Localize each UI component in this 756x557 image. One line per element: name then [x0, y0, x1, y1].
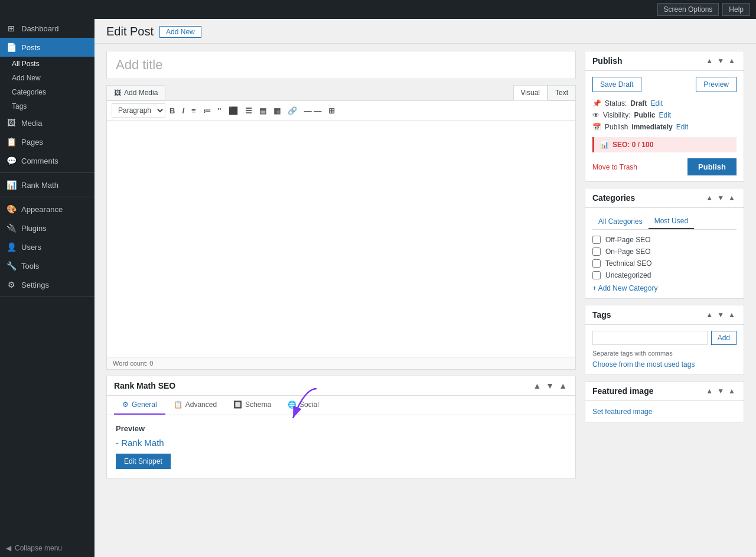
editor-body[interactable] — [107, 120, 575, 357]
preview-title: - Rank Math — [116, 438, 566, 448]
rank-math-body: Preview - Rank Math — [107, 415, 575, 478]
categories-minimize[interactable]: ▲ — [727, 194, 737, 202]
publish-time-edit-link[interactable]: Edit — [676, 123, 689, 131]
category-label-off-page: Off-Page SEO — [605, 236, 650, 244]
posts-icon: 📄 — [6, 43, 17, 52]
blockquote-button[interactable]: " — [215, 105, 224, 117]
category-checkbox-on-page[interactable] — [592, 247, 601, 256]
unordered-list-button[interactable]: ≡ — [188, 105, 199, 117]
visual-tab[interactable]: Visual — [513, 85, 548, 100]
most-used-tab[interactable]: Most Used — [649, 214, 694, 229]
tags-add-button[interactable]: Add — [711, 331, 737, 345]
meta-box-controls: ▲ ▼ ▲ — [532, 381, 568, 390]
sidebar-item-settings[interactable]: ⚙ Settings — [0, 275, 94, 294]
italic-button[interactable]: I — [179, 105, 187, 117]
categories-down[interactable]: ▼ — [716, 194, 725, 202]
screen-options-button[interactable]: Screen Options — [657, 3, 719, 16]
all-categories-tab[interactable]: All Categories — [592, 214, 649, 229]
sidebar-item-comments[interactable]: 💬 Comments — [0, 151, 94, 170]
preview-button[interactable]: Preview — [696, 77, 737, 92]
tab-advanced[interactable]: 📋 Advanced — [165, 396, 225, 415]
tab-schema[interactable]: 🔲 Schema — [225, 396, 279, 415]
calendar-icon: 📅 — [592, 123, 601, 131]
set-featured-image-link[interactable]: Set featured image — [592, 408, 652, 416]
category-checkbox-uncategorized[interactable] — [592, 271, 601, 279]
align-left-button[interactable]: ⬛ — [226, 105, 241, 117]
sidebar-item-tools[interactable]: 🔧 Tools — [0, 256, 94, 275]
sidebar-item-users[interactable]: 👤 Users — [0, 237, 94, 256]
meta-collapse-up[interactable]: ▲ — [532, 381, 542, 390]
sidebar-item-categories[interactable]: Categories — [6, 85, 94, 99]
tab-general[interactable]: ⚙ General — [114, 396, 165, 415]
sidebar-item-pages[interactable]: 📋 Pages — [0, 132, 94, 151]
publish-buttons-row: Save Draft Preview — [592, 77, 737, 92]
featured-image-down[interactable]: ▼ — [716, 387, 725, 395]
move-to-trash-link[interactable]: Move to Trash — [592, 163, 637, 171]
edit-snippet-button[interactable]: Edit Snippet — [116, 454, 171, 469]
add-new-category-link[interactable]: + Add New Category — [592, 284, 737, 292]
sidebar-item-dashboard[interactable]: ⊞ Dashboard — [0, 19, 94, 38]
publish-collapse-up[interactable]: ▲ — [705, 57, 714, 65]
editor-toolbar: Paragraph B I ≡ ≔ " ⬛ ☰ ▤ ▦ 🔗 — — ⊞ — [107, 101, 575, 120]
align-center-button[interactable]: ☰ — [242, 105, 255, 117]
preview-section: Preview - Rank Math — [116, 424, 566, 469]
ordered-list-button[interactable]: ≔ — [200, 105, 214, 117]
visibility-edit-link[interactable]: Edit — [659, 111, 671, 119]
sidebar-item-rank-math[interactable]: 📊 Rank Math — [0, 175, 94, 194]
link-button[interactable]: 🔗 — [285, 105, 300, 117]
sidebar-item-media[interactable]: 🖼 Media — [0, 113, 94, 132]
choose-most-used-tags-link[interactable]: Choose from the most used tags — [592, 360, 737, 369]
featured-image-minimize[interactable]: ▲ — [727, 387, 737, 395]
categories-up[interactable]: ▲ — [705, 194, 714, 202]
publish-minimize[interactable]: ▲ — [727, 57, 737, 65]
post-title-input[interactable] — [106, 51, 576, 79]
main-content: Edit Post Add New 🖼 Add Media Visual Tex… — [94, 19, 756, 557]
more-button[interactable]: — — — [301, 105, 325, 117]
add-media-button[interactable]: 🖼 Add Media — [106, 85, 165, 100]
publish-widget-controls: ▲ ▼ ▲ — [705, 57, 737, 65]
publish-collapse-down[interactable]: ▼ — [716, 57, 725, 65]
status-edit-link[interactable]: Edit — [650, 99, 663, 108]
sidebar-item-plugins[interactable]: 🔌 Plugins — [0, 219, 94, 237]
text-tab[interactable]: Text — [548, 85, 576, 100]
tab-social[interactable]: 🌐 Social — [279, 396, 327, 415]
tags-down[interactable]: ▼ — [716, 311, 725, 319]
sidebar-item-all-posts[interactable]: All Posts — [6, 57, 94, 71]
format-select[interactable]: Paragraph — [112, 103, 165, 118]
category-label-on-page: On-Page SEO — [605, 247, 651, 256]
add-media-icon: 🖼 — [114, 89, 121, 97]
word-count: Word count: 0 — [107, 357, 575, 369]
rank-math-header[interactable]: Rank Math SEO ▲ ▼ ▲ — [107, 376, 575, 396]
pin-icon: 📌 — [592, 99, 601, 108]
content-area: 🖼 Add Media Visual Text Paragraph B — [94, 44, 756, 557]
help-button[interactable]: Help — [722, 3, 750, 16]
add-new-button[interactable]: Add New — [159, 26, 201, 38]
meta-minimize[interactable]: ▲ — [558, 381, 568, 390]
sidebar-right: Publish ▲ ▼ ▲ Save Draft Preview — [585, 51, 744, 550]
tags-up[interactable]: ▲ — [705, 311, 714, 319]
sidebar-item-add-new[interactable]: Add New — [6, 71, 94, 85]
align-right-button[interactable]: ▤ — [256, 105, 269, 117]
bold-button[interactable]: B — [167, 105, 178, 117]
collapse-menu-button[interactable]: ◀ Collapse menu — [0, 539, 94, 557]
publish-widget-header: Publish ▲ ▼ ▲ — [585, 51, 744, 71]
collapse-icon: ◀ — [6, 544, 11, 552]
tags-hint: Separate tags with commas — [592, 350, 737, 357]
featured-image-up[interactable]: ▲ — [705, 387, 714, 395]
save-draft-button[interactable]: Save Draft — [592, 77, 641, 92]
sidebar-item-posts[interactable]: 📄 Posts — [0, 38, 94, 57]
sidebar-item-tags[interactable]: Tags — [6, 99, 94, 113]
meta-collapse-down[interactable]: ▼ — [545, 381, 555, 390]
category-label-technical: Technical SEO — [605, 259, 652, 268]
category-checkbox-off-page[interactable] — [592, 236, 601, 244]
seo-icon: 📊 — [600, 141, 609, 149]
grid-button[interactable]: ⊞ — [325, 105, 338, 117]
sidebar-item-appearance[interactable]: 🎨 Appearance — [0, 200, 94, 219]
align-justify-button[interactable]: ▦ — [271, 105, 284, 117]
categories-widget-controls: ▲ ▼ ▲ — [705, 194, 737, 202]
category-checkbox-technical[interactable] — [592, 259, 601, 268]
tags-minimize[interactable]: ▲ — [727, 311, 737, 319]
tags-input[interactable] — [592, 331, 708, 345]
publish-button[interactable]: Publish — [687, 158, 737, 175]
tools-icon: 🔧 — [6, 261, 17, 271]
